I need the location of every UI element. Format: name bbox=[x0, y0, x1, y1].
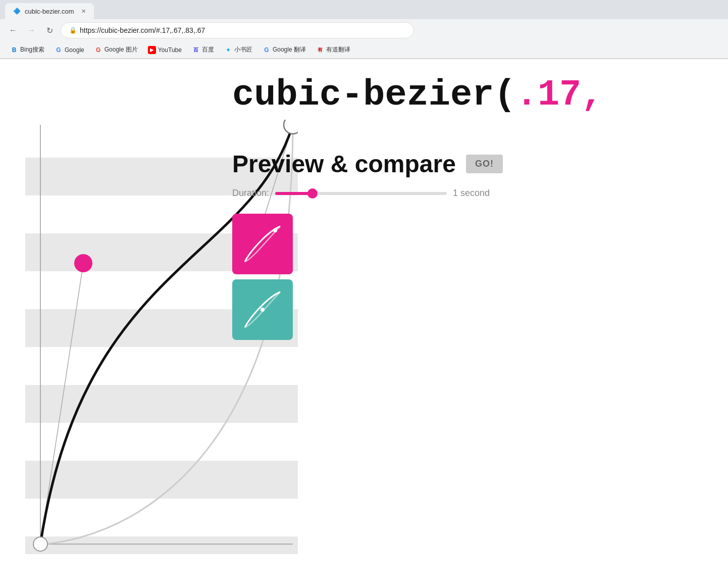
tab-close-icon[interactable]: ✕ bbox=[81, 8, 86, 15]
svg-rect-7 bbox=[25, 347, 298, 385]
active-tab[interactable]: 🔷 cubic-bezier.com ✕ bbox=[5, 3, 94, 19]
bookmark-google-translate-label: Google 翻译 bbox=[273, 45, 306, 54]
control-point-1[interactable] bbox=[74, 254, 92, 272]
bookmark-google-translate[interactable]: G Google 翻译 bbox=[258, 44, 310, 56]
bookmarks-bar: B Bing搜索 G Google G Google 图片 ▶ YouTube … bbox=[0, 41, 728, 59]
forward-button[interactable]: → bbox=[24, 23, 38, 37]
google-translate-icon: G bbox=[263, 46, 271, 54]
svg-rect-8 bbox=[25, 385, 298, 423]
bookmark-google-images[interactable]: G Google 图片 bbox=[90, 44, 142, 56]
google-images-icon: G bbox=[94, 46, 102, 54]
back-button[interactable]: ← bbox=[6, 23, 20, 37]
main-content: cubic-bezier(.17, PROGRESSION TIME bbox=[0, 59, 728, 587]
svg-rect-12 bbox=[25, 536, 298, 554]
preview-card-teal bbox=[232, 279, 293, 340]
url-text: https://cubic-bezier.com/#.17,.67,.83,.6… bbox=[80, 26, 205, 34]
svg-point-18 bbox=[261, 308, 265, 312]
title-prefix: cubic-bezier( bbox=[232, 74, 516, 116]
preview-cards bbox=[232, 214, 626, 340]
browser-chrome: 🔷 cubic-bezier.com ✕ ← → ↻ 🔒 https://cub… bbox=[0, 0, 728, 59]
go-button[interactable]: GO! bbox=[466, 155, 503, 173]
bookmark-xiaoshujuang-label: 小书匠 bbox=[234, 45, 252, 54]
lock-icon: 🔒 bbox=[69, 27, 77, 34]
address-bar-row: ← → ↻ 🔒 https://cubic-bezier.com/#.17,.6… bbox=[0, 19, 728, 41]
bookmark-google-label: Google bbox=[65, 46, 84, 54]
preview-title: Preview & compare bbox=[232, 150, 456, 178]
duration-slider[interactable] bbox=[275, 192, 447, 195]
svg-rect-11 bbox=[25, 499, 298, 536]
bookmark-youdao[interactable]: 有 有道翻译 bbox=[312, 44, 354, 56]
right-panel: Preview & compare GO! Duration: 1 second bbox=[232, 150, 626, 340]
refresh-button[interactable]: ↻ bbox=[42, 23, 57, 37]
preview-card-pink bbox=[232, 214, 293, 274]
youtube-icon: ▶ bbox=[148, 46, 156, 54]
svg-point-17 bbox=[273, 228, 277, 232]
teal-card-curve-svg bbox=[240, 287, 285, 332]
tab-favicon: 🔷 bbox=[13, 8, 21, 15]
bookmark-xiaoshujuang[interactable]: ✦ 小书匠 bbox=[220, 44, 256, 56]
google-icon: G bbox=[55, 46, 63, 54]
duration-value: 1 second bbox=[453, 188, 490, 199]
baidu-icon: 百 bbox=[192, 46, 200, 54]
bookmark-bing[interactable]: B Bing搜索 bbox=[6, 44, 48, 56]
duration-row: Duration: 1 second bbox=[232, 188, 626, 199]
bing-icon: B bbox=[10, 46, 18, 54]
bookmark-baidu[interactable]: 百 百度 bbox=[188, 44, 218, 56]
pink-card-curve-svg bbox=[240, 221, 285, 267]
page-title-area: cubic-bezier(.17, bbox=[232, 74, 728, 116]
start-point[interactable] bbox=[33, 537, 47, 551]
xiaoshujuang-icon: ✦ bbox=[224, 46, 232, 54]
tab-title: cubic-bezier.com bbox=[25, 8, 74, 15]
bookmark-bing-label: Bing搜索 bbox=[20, 45, 44, 54]
preview-header: Preview & compare GO! bbox=[232, 150, 626, 178]
bookmark-google-images-label: Google 图片 bbox=[105, 45, 138, 54]
bookmark-youtube-label: YouTube bbox=[158, 46, 182, 54]
duration-label: Duration: bbox=[232, 188, 269, 199]
svg-rect-10 bbox=[25, 461, 298, 499]
tab-bar: 🔷 cubic-bezier.com ✕ bbox=[0, 0, 728, 19]
youdao-icon: 有 bbox=[316, 46, 324, 54]
bookmark-baidu-label: 百度 bbox=[202, 45, 214, 54]
bookmark-youdao-label: 有道翻译 bbox=[326, 45, 350, 54]
title-highlight: .17, bbox=[516, 74, 603, 116]
bookmark-google[interactable]: G Google bbox=[50, 44, 88, 56]
bookmark-youtube[interactable]: ▶ YouTube bbox=[144, 44, 186, 56]
address-box[interactable]: 🔒 https://cubic-bezier.com/#.17,.67,.83,… bbox=[61, 22, 414, 38]
